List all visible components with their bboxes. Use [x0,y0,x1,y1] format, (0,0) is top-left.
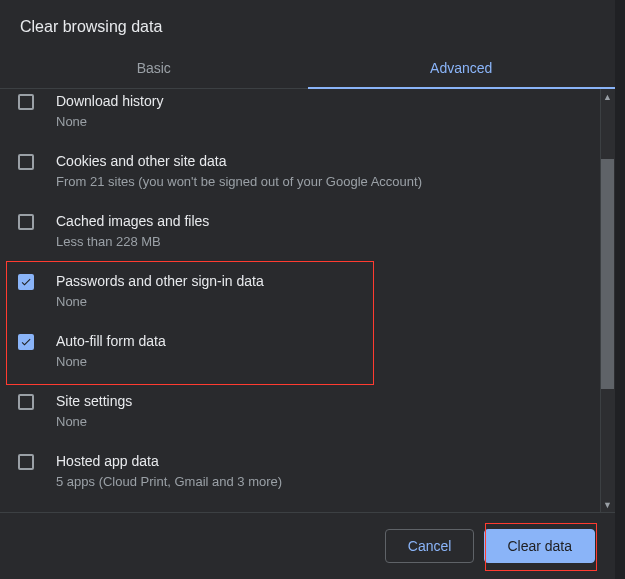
scroll-down-icon[interactable]: ▼ [600,497,615,512]
clear-data-button[interactable]: Clear data [484,529,595,563]
list-item: Cached images and files Less than 228 MB [0,201,607,261]
tab-advanced[interactable]: Advanced [308,50,616,88]
dialog-footer: Cancel Clear data [0,512,615,579]
item-title: Site settings [56,391,132,411]
tabs: Basic Advanced [0,50,615,89]
checkbox-hosted-apps[interactable] [18,454,34,470]
item-title: Passwords and other sign-in data [56,271,264,291]
list-item: Site settings None [0,381,607,441]
list-item: Cookies and other site data From 21 site… [0,141,607,201]
scroll-up-icon[interactable]: ▲ [600,89,615,104]
item-text: Download history None [56,91,163,131]
checkbox-passwords[interactable] [18,274,34,290]
item-sub: None [56,353,166,371]
cancel-button[interactable]: Cancel [385,529,475,563]
item-title: Cached images and files [56,211,209,231]
item-sub: 5 apps (Cloud Print, Gmail and 3 more) [56,473,282,491]
dialog-title: Clear browsing data [0,0,615,50]
list-item: Download history None [0,89,607,141]
list-item: Hosted app data 5 apps (Cloud Print, Gma… [0,441,607,501]
clear-browsing-data-dialog: Clear browsing data Basic Advanced Downl… [0,0,615,579]
checkbox-cache[interactable] [18,214,34,230]
checkbox-cookies[interactable] [18,154,34,170]
item-text: Hosted app data 5 apps (Cloud Print, Gma… [56,451,282,491]
item-text: Auto-fill form data None [56,331,166,371]
item-text: Cookies and other site data From 21 site… [56,151,422,191]
content-area: Download history None Cookies and other … [0,89,615,512]
item-title: Hosted app data [56,451,282,471]
checkbox-download-history[interactable] [18,94,34,110]
item-text: Passwords and other sign-in data None [56,271,264,311]
item-sub: None [56,113,163,131]
item-sub: None [56,413,132,431]
item-title: Download history [56,91,163,111]
tab-basic[interactable]: Basic [0,50,308,88]
item-title: Auto-fill form data [56,331,166,351]
checkbox-site-settings[interactable] [18,394,34,410]
scrollbar-thumb[interactable] [601,159,614,389]
scrollbar-track[interactable]: ▲ ▼ [600,89,615,512]
item-sub: From 21 sites (you won't be signed out o… [56,173,422,191]
item-text: Site settings None [56,391,132,431]
scroll-area[interactable]: Download history None Cookies and other … [0,89,615,512]
item-sub: Less than 228 MB [56,233,209,251]
item-title: Cookies and other site data [56,151,422,171]
list-item: Auto-fill form data None [0,321,607,381]
checkbox-autofill[interactable] [18,334,34,350]
check-icon [20,275,32,289]
item-sub: None [56,293,264,311]
item-text: Cached images and files Less than 228 MB [56,211,209,251]
list-item: Passwords and other sign-in data None [0,261,607,321]
check-icon [20,335,32,349]
